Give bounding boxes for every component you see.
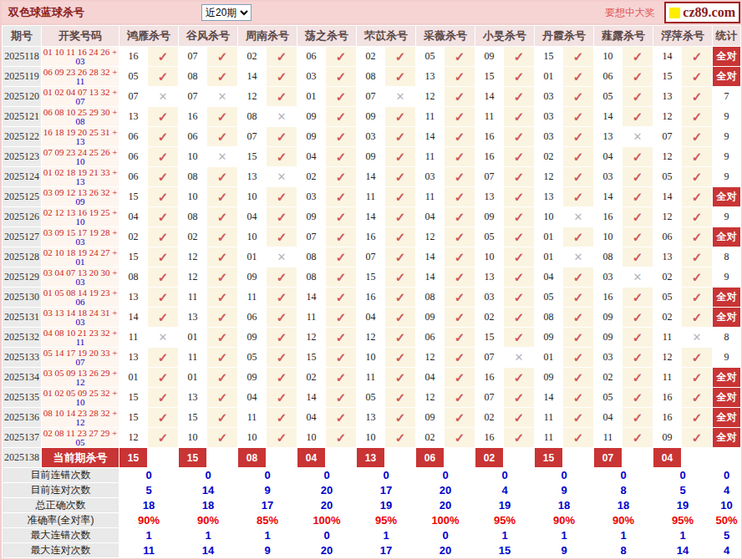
footer-stat-row: 目前连错次数00000000000	[3, 468, 740, 482]
kill-number-cell: 03	[535, 127, 562, 146]
period-cell: 2025133	[3, 348, 41, 367]
site-logo-link[interactable]: cz89.com	[664, 2, 740, 23]
correct-check-icon: ✓	[326, 227, 356, 247]
logo-square-icon	[669, 8, 680, 18]
footer-stat-value: 95%	[653, 513, 712, 527]
empty-check-cell	[385, 448, 415, 467]
correct-check-icon: ✓	[207, 308, 237, 327]
kill-number-cell: 01	[179, 368, 206, 387]
kill-number-cell: 15	[475, 328, 503, 347]
correct-check-icon: ✓	[207, 388, 237, 407]
kill-number-cell: 10	[535, 207, 562, 227]
winning-numbers-cell: 05 14 17 19 20 33 +07	[42, 348, 119, 367]
correct-check-icon: ✓	[682, 247, 712, 267]
correct-check-icon: ✓	[445, 47, 475, 66]
correct-check-icon: ✓	[148, 388, 178, 407]
correct-check-icon: ✓	[682, 167, 712, 186]
kill-number-cell: 14	[416, 247, 444, 267]
kill-number-cell: 01	[535, 227, 562, 247]
kill-number-cell: 01	[535, 348, 562, 367]
correct-check-icon: ✓	[563, 67, 593, 86]
red-balls: 01 02 18 19 21 33 +	[43, 168, 118, 177]
correct-check-icon: ✓	[445, 428, 475, 447]
kill-number-cell: 16	[653, 388, 681, 407]
kill-number-cell: 02	[179, 227, 206, 247]
correct-check-icon: ✓	[385, 147, 415, 166]
winning-numbers-cell: 01 02 18 19 21 33 +13	[42, 167, 119, 186]
correct-check-icon: ✓	[445, 147, 475, 166]
kill-number-table: 期号开奖号码鸿雁杀号谷风杀号周南杀号荡之杀号芣苡杀号采薇杀号小旻杀号丹霞杀号薤露…	[2, 25, 741, 558]
table-row: 202512106 08 10 25 29 30 +0813✓16✓08✕09✓…	[3, 107, 740, 126]
red-balls: 07 09 23 24 25 26 +	[43, 148, 118, 157]
blue-ball: 10	[43, 157, 118, 166]
correct-check-icon: ✓	[445, 328, 475, 347]
correct-check-icon: ✓	[385, 187, 415, 206]
kill-number-cell: 06	[119, 167, 147, 186]
correct-check-icon: ✓	[148, 167, 178, 186]
correct-check-icon: ✓	[267, 127, 297, 146]
table-row: 202512703 09 15 17 19 28 +0302✓02✓10✓07✓…	[3, 227, 740, 247]
footer-stat-label: 最大连错次数	[3, 528, 119, 542]
correct-check-icon: ✓	[385, 308, 415, 327]
col-header-expert: 谷风杀号	[179, 26, 237, 46]
correct-check-icon: ✓	[563, 227, 593, 247]
kill-number-cell: 15	[653, 67, 681, 86]
correct-check-icon: ✓	[148, 368, 178, 387]
kill-number-cell: 07	[119, 87, 147, 106]
footer-stat-value: 18	[594, 498, 653, 512]
correct-check-icon: ✓	[207, 368, 237, 387]
footer-stat-value: 14	[653, 543, 712, 557]
kill-number-cell: 10	[179, 428, 206, 447]
winning-numbers-cell: 01 10 11 16 24 26 +03	[42, 47, 119, 66]
kill-number-cell: 04	[297, 408, 325, 427]
kill-number-cell: 13	[179, 388, 206, 407]
correct-check-icon: ✓	[504, 428, 534, 447]
kill-number-cell: 03	[594, 267, 622, 287]
kill-number-cell: 10	[179, 187, 206, 206]
kill-number-cell: 11	[416, 187, 444, 206]
correct-check-icon: ✓	[563, 267, 593, 287]
kill-number-cell: 08	[416, 288, 444, 307]
period-cell: 2025128	[3, 247, 41, 267]
page: 双色球蓝球杀号 近20期 要想中大奖 cz89.com 期号开奖号码鸿雁杀号谷风…	[0, 0, 742, 560]
period-cell: 2025132	[3, 328, 41, 347]
kill-number-cell: 05	[535, 288, 562, 307]
period-cell: 2025126	[3, 207, 41, 227]
correct-check-icon: ✓	[148, 147, 178, 166]
period-cell: 2025130	[3, 288, 41, 307]
kill-number-cell: 02	[238, 47, 266, 66]
correct-check-icon: ✓	[385, 207, 415, 227]
footer-stat-value: 0	[297, 468, 356, 482]
wrong-x-icon: ✕	[267, 107, 297, 126]
kill-number-cell: 08	[297, 267, 325, 287]
kill-number-cell: 08	[297, 247, 325, 267]
kill-number-cell: 12	[357, 328, 384, 347]
kill-number-cell: 11	[594, 428, 622, 447]
kill-number-cell: 15	[535, 47, 562, 66]
correct-check-icon: ✓	[504, 87, 534, 106]
table-row: 202513103 13 14 18 24 31 +0314✓13✓06✓11✓…	[3, 308, 740, 327]
footer-stat-value: 0	[594, 468, 653, 482]
blue-ball: 07	[43, 97, 118, 106]
kill-number-cell: 16	[475, 428, 503, 447]
period-cell: 2025137	[3, 428, 41, 447]
correct-check-icon: ✓	[504, 167, 534, 186]
footer-stat-row: 总正确次数1818172019201918181910	[3, 498, 740, 512]
period-cell: 2025118	[3, 47, 41, 66]
period-range-select[interactable]: 近20期	[201, 4, 252, 21]
kill-number-cell: 09	[416, 308, 444, 327]
footer-stat-value: 17	[357, 543, 415, 557]
correct-check-icon: ✓	[445, 187, 475, 206]
footer-stat-value: 5	[713, 528, 740, 542]
correct-check-icon: ✓	[623, 87, 653, 106]
kill-number-cell: 11	[653, 328, 681, 347]
table-row: 202513305 14 17 19 20 33 +0713✓11✓05✓15✓…	[3, 348, 740, 367]
kill-number-cell: 15	[238, 147, 266, 166]
correct-check-icon: ✓	[207, 207, 237, 227]
correct-check-icon: ✓	[623, 388, 653, 407]
correct-check-icon: ✓	[682, 67, 712, 86]
correct-check-icon: ✓	[504, 187, 534, 206]
correct-check-icon: ✓	[385, 368, 415, 387]
kill-number-cell: 09	[238, 368, 266, 387]
correct-check-icon: ✓	[267, 207, 297, 227]
